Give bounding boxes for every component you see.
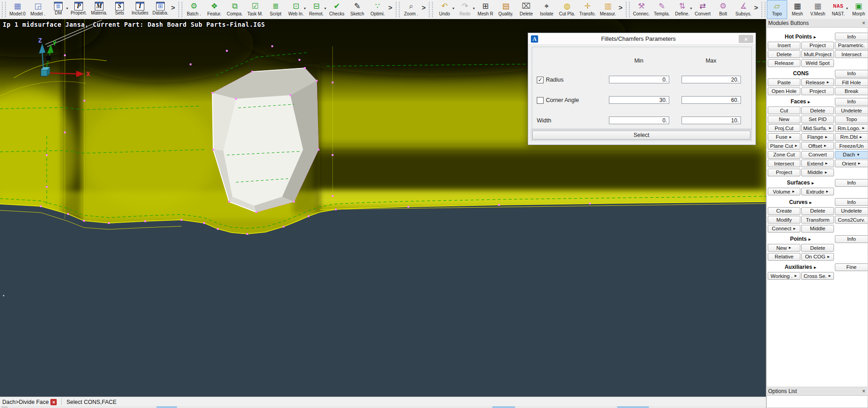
sidebar-button-mult-project[interactable]: Mult.Project [801, 50, 834, 58]
hot-point[interactable] [226, 50, 228, 52]
sidebar-button-plane-cut[interactable]: Plane Cut► [768, 142, 800, 150]
sidebar-button-parametric[interactable]: Parametric. [835, 42, 868, 49]
toolbar-item-cut-pla[interactable]: ◍Cut Pla. [557, 0, 577, 19]
sidebar-button-extend[interactable]: Extend► [801, 160, 834, 167]
sidebar-button-convert[interactable]: Convert [801, 151, 834, 159]
dialog-titlebar[interactable]: A Fillets/Chamfers Parameters × [528, 33, 755, 45]
sidebar-button-delete[interactable]: Delete [768, 50, 800, 58]
toolbar-item-sketch[interactable]: ✎Sketch [347, 0, 368, 19]
toolbar-item-dm[interactable]: ≣▾DM [48, 0, 69, 19]
toolbar-overflow-chevron[interactable]: > [618, 4, 624, 16]
width-min-input[interactable] [609, 117, 669, 124]
sidebar-button-break[interactable]: Break [835, 87, 868, 95]
sidebar-button-cons2curv[interactable]: Cons2Curv. [835, 216, 868, 223]
hot-point[interactable] [181, 219, 182, 221]
toolbar-item-includes[interactable]: IIncludes [130, 0, 150, 19]
toolbar-item-transfo[interactable]: ✛Transfo. [577, 0, 598, 19]
hot-point[interactable] [332, 82, 333, 83]
hot-point[interactable] [289, 94, 291, 96]
sidebar-button-relative[interactable]: Relative [768, 253, 800, 261]
hot-point[interactable] [304, 67, 306, 69]
toolbar-item-undo[interactable]: ↶▾Undo [434, 0, 455, 19]
sidebar-button-on-cog[interactable]: On COG► [801, 253, 834, 261]
toolbar-overflow-chevron[interactable]: > [388, 4, 394, 16]
sidebar-button-project[interactable]: Project [801, 42, 834, 49]
toolbar-item-model-0[interactable]: ▦Model:0 [7, 0, 28, 19]
sidebar-button-mid-surfa[interactable]: Mid.Surfa.► [801, 124, 834, 132]
sidebar-button-weld-spot[interactable]: Weld Spot [801, 59, 834, 67]
toolbar-item-delete[interactable]: ⌧Delete [516, 0, 536, 19]
hot-point[interactable] [407, 206, 409, 208]
hot-point[interactable] [212, 149, 214, 151]
hot-point[interactable] [246, 233, 248, 235]
corner-angle-max-input[interactable] [682, 96, 741, 104]
hot-point[interactable] [293, 201, 295, 203]
toolbar-item-v-mesh[interactable]: ▦V.Mesh [808, 0, 828, 19]
hot-point[interactable] [64, 131, 66, 133]
hot-point[interactable] [211, 92, 213, 94]
sidebar-button-release[interactable]: Release [768, 59, 800, 67]
section-surfaces-info-button[interactable]: Info [835, 179, 868, 187]
section-cons-info-button[interactable]: Info [835, 70, 868, 78]
sidebar-button-paste[interactable]: Paste [768, 78, 800, 86]
sidebar-button-undelete[interactable]: Undelete [835, 107, 868, 114]
toolbar-item-redo[interactable]: ↷▾Redo [455, 0, 475, 19]
options-list-body[interactable] [766, 396, 868, 408]
sidebar-button-zone-cut[interactable]: Zone Cut [768, 151, 800, 159]
toolbar-item-mesh[interactable]: ▦Mesh [787, 0, 808, 19]
options-close-icon[interactable]: × [861, 388, 866, 394]
sidebar-button-rm-dbl[interactable]: Rm.Dbl► [835, 133, 868, 141]
sidebar-button-new[interactable]: New► [768, 244, 800, 252]
cancel-function-icon[interactable]: × [50, 399, 57, 405]
hot-point[interactable] [203, 222, 205, 224]
toolbar-item-convert[interactable]: ⇄Convert [692, 0, 713, 19]
sidebar-button-intersect[interactable]: Intersect [835, 50, 868, 58]
toolbar-item-web-in[interactable]: ⊡▾Web In. [286, 0, 306, 19]
toolbar-item-task-m[interactable]: ☑Task M. [245, 0, 265, 19]
sidebar-button-orient[interactable]: Orient► [835, 160, 868, 167]
hot-point[interactable] [67, 213, 69, 215]
hot-point[interactable] [83, 100, 85, 102]
sidebar-button-open-hole[interactable]: Open Hole [768, 87, 800, 95]
hot-point[interactable] [46, 154, 48, 156]
sidebar-button-intersect[interactable]: Intersect [768, 160, 800, 167]
hot-point[interactable] [251, 71, 253, 73]
sidebar-button-rm-logo[interactable]: Rm.Logo.► [835, 124, 868, 132]
toolbar-item-nast[interactable]: NAS▾NAST. [828, 0, 848, 19]
hot-point[interactable] [271, 45, 273, 47]
toolbar-overflow-chevron[interactable]: > [422, 4, 427, 16]
toolbar-item-quality[interactable]: ▤Quality. [495, 0, 516, 19]
toolbar-item-checks[interactable]: ✔Checks [327, 0, 347, 19]
hot-point[interactable] [46, 186, 48, 188]
toolbar-item-topo[interactable]: ▱Topo [767, 0, 787, 19]
radius-max-input[interactable] [682, 76, 741, 83]
toolbar-item-morph[interactable]: ▣Morph [848, 0, 868, 19]
sidebar-button-flange[interactable]: Flange► [801, 133, 834, 141]
toolbar-item-optimi[interactable]: ∵Optimi. [368, 0, 388, 19]
radius-checkbox[interactable]: ✓ [537, 77, 544, 83]
toolbar-item-featur[interactable]: ❖Featur. [204, 0, 225, 19]
sidebar-button-fill-hole[interactable]: Fill Hole [835, 78, 868, 86]
toolbar-item-measur[interactable]: ▥Measur. [598, 0, 618, 19]
sidebar-button-middle[interactable]: Middle► [801, 169, 834, 176]
toolbar-item-connec[interactable]: ⚒Connec. [631, 0, 652, 19]
sidebar-button-fuse[interactable]: Fuse► [768, 133, 800, 141]
hot-point[interactable] [498, 204, 500, 206]
hot-point[interactable] [589, 203, 591, 204]
hot-point[interactable] [40, 205, 42, 207]
width-max-input[interactable] [682, 117, 741, 124]
hot-point[interactable] [332, 195, 333, 197]
hot-point[interactable] [190, 63, 191, 65]
hot-point[interactable] [335, 209, 337, 210]
toolbar-overflow-chevron[interactable]: > [754, 4, 760, 16]
sidebar-button-release[interactable]: Release► [801, 78, 834, 86]
toolbar-item-databa[interactable]: ⊞Databa. [150, 0, 171, 19]
sidebar-button-cut[interactable]: Cut [768, 107, 800, 114]
toolbar-item-materia[interactable]: MMateria. [89, 0, 109, 19]
sidebar-button-project[interactable]: Project [768, 169, 800, 176]
select-button[interactable]: Select [532, 131, 750, 140]
sidebar-button-working[interactable]: Working .► [768, 272, 800, 280]
section-curves-info-button[interactable]: Info [835, 198, 868, 206]
hot-point[interactable] [108, 222, 110, 224]
hot-point[interactable] [228, 201, 230, 203]
